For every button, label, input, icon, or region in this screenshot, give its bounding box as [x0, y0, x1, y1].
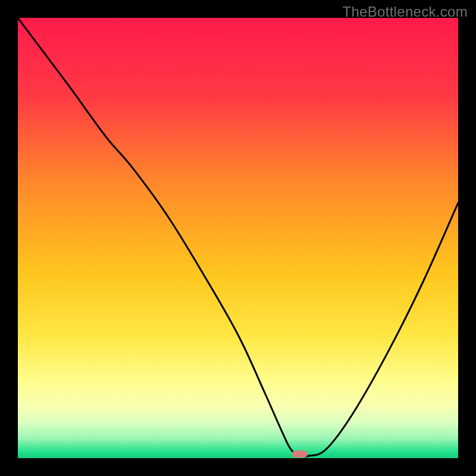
- chart-frame: TheBottleneck.com: [0, 0, 476, 476]
- plot-area: [18, 18, 458, 458]
- watermark-text: TheBottleneck.com: [342, 4, 468, 20]
- curve-layer: [18, 18, 458, 458]
- optimal-point-marker: [292, 450, 308, 458]
- bottleneck-curve: [18, 18, 458, 457]
